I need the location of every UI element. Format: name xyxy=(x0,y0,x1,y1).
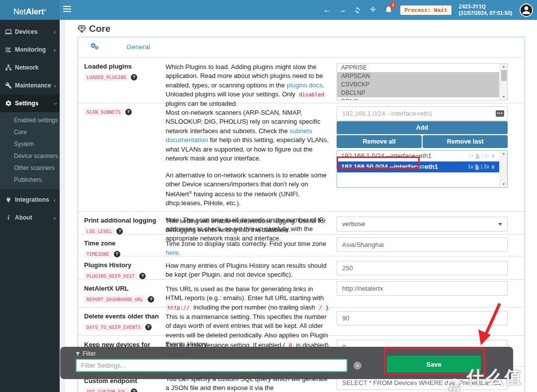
sidebar-subitem-system[interactable]: System xyxy=(0,138,60,150)
plugin-option[interactable]: DBCLNP xyxy=(337,89,499,97)
sidebar-item-maintenance[interactable]: Maintenance‹ xyxy=(0,77,60,94)
scroll-up-icon[interactable]: ▲ xyxy=(502,151,506,157)
clear-filter-icon[interactable]: ✕ xyxy=(354,362,361,370)
setting-row-netalertx-url: NetAlertX URL REPORT_DASHBOARD_URL? This… xyxy=(78,280,525,308)
sidebar-subitem-publishers[interactable]: Publishers xyxy=(0,174,60,186)
chevron-down-icon: ‹ xyxy=(51,102,58,104)
version-timestamp: (31/07/2024, 07:51:50) xyxy=(459,10,512,16)
move-icon[interactable] xyxy=(369,6,377,14)
scroll-down-icon[interactable]: ▼ xyxy=(502,181,506,187)
log-level-select[interactable]: verbose xyxy=(337,217,508,232)
sidebar: Devices‹ Monitoring‹ Network Maintenance… xyxy=(0,20,60,392)
scrollbar[interactable]: ▲▼ xyxy=(500,64,507,100)
trash-icon xyxy=(491,154,495,158)
back-icon[interactable]: ← xyxy=(323,6,331,14)
subnet-list-item-selected[interactable]: 192.168.50.0/24 --interface=eth1 1x|2x xyxy=(337,161,499,172)
chart-icon xyxy=(5,46,12,53)
page-header: Core xyxy=(78,23,110,34)
logo-text-bold: Alert xyxy=(26,7,44,16)
help-icon[interactable]: ? xyxy=(125,109,132,115)
setting-description: How many entries of Plugins History scan… xyxy=(166,261,331,280)
save-button[interactable]: Save xyxy=(387,356,481,373)
setting-code-badge: SCAN_SUBNETS xyxy=(84,108,123,116)
filter-header: Filter xyxy=(75,350,96,357)
help-icon[interactable]: ? xyxy=(131,389,137,392)
scrollbar-thumb[interactable] xyxy=(501,70,507,81)
setting-row-plugins-history: Plugins History PLUGINS_KEEP_HIST? How m… xyxy=(78,256,525,280)
header-actions: ← → 1 Process: Wait Z423-3Y1Q (31/07/202… xyxy=(323,0,537,20)
plugin-option[interactable]: APPRISE xyxy=(337,64,499,72)
plugin-option[interactable]: ARPSCAN xyxy=(337,72,499,80)
chevron-left-icon: ‹ xyxy=(54,214,56,222)
subnet-list-item[interactable]: 192.168.1.0/24 --interface=eth1 1x|2x xyxy=(337,151,499,161)
sitemap-icon xyxy=(5,64,12,71)
setting-code-badge: REPORT_DASHBOARD_URL xyxy=(84,296,146,303)
process-status-badge: Process: Wait xyxy=(400,5,451,15)
tab-general[interactable]: General xyxy=(126,43,150,51)
remove-last-button[interactable]: Remove last xyxy=(423,135,508,148)
tab-bar: General xyxy=(78,37,525,58)
netalertx-url-input[interactable] xyxy=(337,281,508,296)
scroll-down-icon[interactable]: ▼ xyxy=(502,94,506,100)
remove-all-button[interactable]: Remove all xyxy=(337,135,422,148)
scroll-up-icon[interactable]: ▲ xyxy=(502,64,506,70)
add-button[interactable]: Add xyxy=(337,121,508,134)
setting-row-delete-events: Delete events older than DAYS_TO_KEEP_EV… xyxy=(78,308,525,336)
avatar[interactable] xyxy=(520,3,533,17)
setting-code-badge: DAYS_TO_KEEP_EVENTS xyxy=(84,323,143,331)
help-icon[interactable]: ? xyxy=(131,74,137,80)
forward-icon[interactable]: → xyxy=(338,6,346,14)
setting-row-loaded-plugins: Loaded plugins LOADED_PLUGINS? Which Plu… xyxy=(78,58,525,103)
info-icon: i xyxy=(5,214,12,221)
subnet-input[interactable] xyxy=(337,106,508,121)
plugin-option[interactable]: DDNS xyxy=(337,97,499,100)
chevron-down-icon xyxy=(498,223,502,226)
sidebar-subitem-other-scanners[interactable]: Other scanners xyxy=(0,162,60,174)
sidebar-item-about[interactable]: i About‹ xyxy=(0,209,60,227)
setting-code-badge: PLUGINS_KEEP_HIST xyxy=(84,272,137,280)
trash-icon xyxy=(491,164,495,169)
setting-description: Time zone to display stats correctly. Fi… xyxy=(166,239,331,258)
sidebar-subitem-device-scanners[interactable]: Device scanners xyxy=(0,150,60,162)
sidebar-item-label: About xyxy=(15,214,32,221)
sidebar-toggle-icon[interactable] xyxy=(63,6,71,13)
setting-label: Plugins History xyxy=(84,261,164,269)
chevron-left-icon: ‹ xyxy=(54,46,56,54)
sidebar-item-monitoring[interactable]: Monitoring‹ xyxy=(0,41,60,59)
sidebar-item-network[interactable]: Network xyxy=(0,59,60,77)
scrollbar[interactable]: ▲▼ xyxy=(500,151,507,187)
sidebar-subitem-core[interactable]: Core xyxy=(0,126,60,138)
filter-input[interactable] xyxy=(76,359,348,372)
refresh-icon[interactable] xyxy=(354,6,361,14)
sidebar-item-integrations[interactable]: Integrations‹ xyxy=(0,191,60,209)
sidebar-item-label: Network xyxy=(15,64,38,71)
app-logo[interactable]: NetAlertx xyxy=(0,0,60,20)
page-title: Core xyxy=(89,23,110,34)
help-icon[interactable]: ? xyxy=(148,296,154,303)
timezone-input[interactable] xyxy=(337,237,508,252)
item-multiplier-controls[interactable]: 1x|2x xyxy=(468,161,495,172)
notifications-bell-icon[interactable]: 1 xyxy=(384,5,393,15)
sidebar-subitem-enabled-settings[interactable]: Enabled settings xyxy=(0,114,60,126)
item-multiplier-controls[interactable]: 1x|2x xyxy=(468,151,495,161)
help-icon[interactable]: ? xyxy=(116,228,123,235)
sidebar-item-label: Devices xyxy=(15,28,37,35)
plugin-option[interactable]: CSVBCKP xyxy=(337,80,499,89)
settings-submenu: Enabled settings Core System Device scan… xyxy=(0,112,60,189)
help-icon[interactable]: ? xyxy=(139,273,146,279)
setting-label: Delete events older than xyxy=(84,313,164,320)
sidebar-item-settings[interactable]: Settings‹ xyxy=(0,94,60,112)
subnet-list[interactable]: 192.168.1.0/24 --interface=eth1 1x|2x 19… xyxy=(337,150,508,188)
delete-events-input[interactable] xyxy=(337,311,508,325)
version-code: Z423-3Y1Q xyxy=(459,3,512,10)
setting-code-badge: LOADED_PLUGINS xyxy=(84,74,129,81)
loaded-plugins-multiselect[interactable]: APPRISE ARPSCAN CSVBCKP DBCLNP DDNS ▲▼ xyxy=(337,63,508,100)
input-mask-icon[interactable]: ••• xyxy=(496,110,504,117)
help-icon[interactable]: ? xyxy=(145,324,152,330)
gears-icon xyxy=(90,42,101,54)
setting-description: Which Plugins to load. Adding plugins mi… xyxy=(166,63,331,108)
version-info: Z423-3Y1Q (31/07/2024, 07:51:50) xyxy=(459,3,512,16)
plugins-history-input[interactable] xyxy=(337,261,508,275)
sidebar-item-devices[interactable]: Devices‹ xyxy=(0,23,60,41)
chevron-left-icon: ‹ xyxy=(54,82,56,89)
